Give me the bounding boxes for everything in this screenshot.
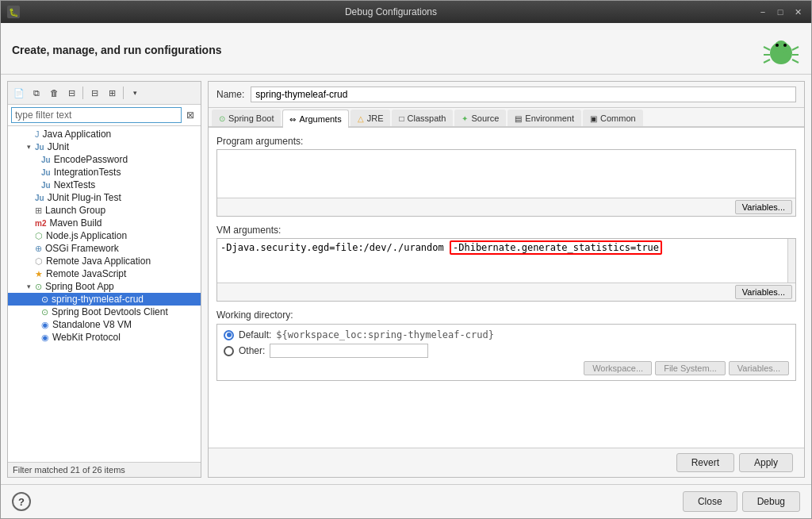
tree-toggle: [30, 294, 40, 304]
close-button[interactable]: Close: [683, 491, 737, 512]
tree-item-label: spring-thymeleaf-crud: [52, 294, 144, 305]
tree-item-webkit[interactable]: ◉ WebKit Protocol: [8, 331, 201, 344]
title-bar: 🐛 Debug Configurations − □ ✕: [1, 1, 811, 23]
tree-item-encode-password[interactable]: Ju EncodePassword: [8, 153, 201, 166]
webkit-icon: ◉: [41, 333, 49, 343]
vm-args-scrollbar[interactable]: [787, 239, 795, 283]
program-args-section: Program arguments: Variables...: [216, 136, 796, 217]
tree-item-next-tests[interactable]: Ju NextTests: [8, 179, 201, 191]
filesystem-button[interactable]: File System...: [655, 361, 726, 375]
tree-item-spring-thymeleaf-crud[interactable]: ⊙ spring-thymeleaf-crud: [8, 293, 201, 306]
svg-point-1: [775, 40, 787, 53]
program-args-label: Program arguments:: [216, 136, 796, 147]
tree-toggle-spring[interactable]: ▾: [24, 282, 33, 291]
expand-button[interactable]: ⊞: [104, 85, 120, 101]
help-button[interactable]: ?: [12, 492, 31, 511]
maximize-button[interactable]: □: [773, 5, 787, 19]
revert-button[interactable]: Revert: [676, 453, 734, 472]
tab-label: Source: [471, 113, 499, 123]
dir-btn-row: Workspace... File System... Variables...: [224, 361, 789, 375]
tab-environment[interactable]: ▤ Environment: [508, 110, 581, 126]
svg-point-2: [776, 44, 779, 47]
name-row: Name:: [209, 82, 804, 108]
tab-label: Arguments: [299, 114, 341, 124]
main-content: 📄 ⧉ 🗑 ⊟ ⊟ ⊞ ▾ ⊠ J J: [1, 75, 811, 484]
tab-spring-boot[interactable]: ⊙ Spring Boot: [212, 110, 281, 126]
tree-item-integration-tests[interactable]: Ju IntegrationTests: [8, 166, 201, 179]
svg-line-4: [764, 47, 770, 50]
tree-toggle: [24, 129, 33, 139]
tree-toggle: [30, 307, 40, 317]
minimize-button[interactable]: −: [756, 5, 770, 19]
tab-label: Environment: [525, 113, 574, 123]
other-radio-button[interactable]: [224, 346, 234, 356]
vm-args-variables-button[interactable]: Variables...: [735, 285, 792, 299]
tree-toggle-junit[interactable]: ▾: [24, 142, 33, 152]
program-args-textarea[interactable]: [217, 150, 795, 198]
tree-item-spring-boot-app-group[interactable]: ▾ ⊙ Spring Boot App: [8, 280, 201, 293]
tree-toggle: [30, 155, 40, 164]
window: 🐛 Debug Configurations − □ ✕ Create, man…: [0, 0, 812, 519]
spring-boot-icon: ⊙: [35, 282, 42, 292]
tab-arguments[interactable]: ⇔ Arguments: [282, 110, 348, 128]
working-dir-label: Working directory:: [216, 309, 796, 321]
default-radio-label: Default:: [239, 329, 271, 340]
new-config-button[interactable]: 📄: [11, 85, 27, 101]
program-args-variables-button[interactable]: Variables...: [735, 200, 792, 214]
vm-args-section: VM arguments: -Djava.security.egd=file:/…: [216, 225, 796, 302]
program-args-btn-row: Variables...: [217, 198, 795, 216]
tree-item-label: JUnit: [48, 141, 69, 152]
filter-clear-button[interactable]: ⊠: [183, 108, 197, 122]
tree-item-spring-devtools[interactable]: ⊙ Spring Boot Devtools Client: [8, 306, 201, 318]
default-radio-button[interactable]: [224, 330, 234, 340]
close-button[interactable]: ✕: [791, 5, 805, 19]
tree-toggle: [24, 206, 33, 215]
apply-button[interactable]: Apply: [739, 453, 793, 472]
vm-args-inner: -Djava.security.egd=file:/dev/./urandom …: [216, 238, 796, 302]
tab-source[interactable]: ✦ Source: [454, 110, 506, 126]
vm-args-display[interactable]: -Djava.security.egd=file:/dev/./urandom …: [217, 239, 787, 283]
tree-item-launch-group[interactable]: ⊞ Launch Group: [8, 204, 201, 217]
filter-config-button[interactable]: ⊟: [63, 85, 79, 101]
jre-tab-icon: △: [358, 114, 364, 123]
radio-dot: [227, 333, 232, 337]
tabs-row: ⊙ Spring Boot ⇔ Arguments △ JRE □ Classp…: [209, 108, 804, 128]
tab-classpath[interactable]: □ Classpath: [392, 110, 453, 126]
workspace-button[interactable]: Workspace...: [584, 361, 652, 375]
launch-group-icon: ⊞: [35, 206, 42, 216]
menu-dropdown-button[interactable]: ▾: [127, 85, 143, 101]
tree-item-label: OSGi Framework: [45, 243, 119, 254]
arguments-tab-icon: ⇔: [289, 115, 296, 124]
tree-item-maven-build[interactable]: m2 Maven Build: [8, 217, 201, 229]
tree-item-osgi[interactable]: ⊕ OSGi Framework: [8, 242, 201, 255]
tree-item-remote-js[interactable]: ★ Remote JavaScript: [8, 267, 201, 280]
collapse-button[interactable]: ⊟: [86, 85, 102, 101]
tree-item-remote-java[interactable]: ⬡ Remote Java Application: [8, 255, 201, 267]
tree-item-standalone-v8[interactable]: ◉ Standalone V8 VM: [8, 318, 201, 331]
duplicate-config-button[interactable]: ⧉: [29, 85, 44, 101]
tab-jre[interactable]: △ JRE: [350, 110, 391, 126]
tree-toggle: [24, 269, 33, 279]
tree-item-label: Spring Boot Devtools Client: [52, 306, 168, 317]
tree-item-junit-plugin[interactable]: Ju JUnit Plug-in Test: [8, 191, 201, 204]
working-dir-box: Default: ${workspace_loc:spring-thymelea…: [216, 324, 796, 381]
tree-item-java-application[interactable]: J Java Application: [8, 128, 201, 140]
working-dir-section: Working directory: Default: ${workspace_…: [216, 309, 796, 381]
tree-item-label: IntegrationTests: [54, 167, 121, 178]
tree-item-junit-group[interactable]: ▾ Ju JUnit: [8, 140, 201, 153]
spring-devtools-icon: ⊙: [41, 307, 48, 317]
dir-variables-button[interactable]: Variables...: [729, 361, 789, 375]
toolbar-separator-1: [82, 86, 83, 99]
tree-area[interactable]: J Java Application ▾ Ju JUnit Ju EncodeP…: [8, 126, 201, 462]
debug-button[interactable]: Debug: [742, 491, 800, 512]
tab-label: JRE: [367, 113, 384, 123]
filter-input[interactable]: [11, 107, 182, 123]
vm-args-textarea-wrap: -Djava.security.egd=file:/dev/./urandom …: [217, 239, 795, 283]
maven-icon: m2: [35, 219, 46, 228]
other-dir-input[interactable]: [270, 344, 428, 358]
tab-common[interactable]: ▣ Common: [583, 110, 643, 126]
delete-config-button[interactable]: 🗑: [46, 85, 62, 101]
tree-item-nodejs[interactable]: ⬡ Node.js Application: [8, 229, 201, 242]
name-input[interactable]: [251, 86, 796, 102]
default-radio-row: Default: ${workspace_loc:spring-thymelea…: [224, 329, 789, 340]
